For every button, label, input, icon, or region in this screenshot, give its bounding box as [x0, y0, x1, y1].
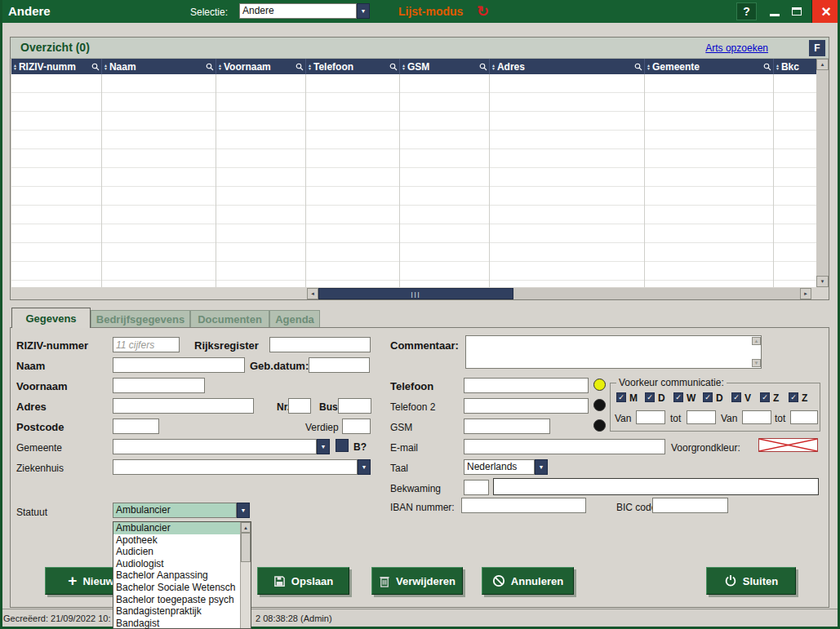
maximize-button[interactable] — [788, 4, 806, 19]
gebdatum-input[interactable] — [309, 357, 370, 373]
chevron-down-icon[interactable]: ▼ — [357, 3, 370, 19]
annuleren-button[interactable]: Annuleren — [482, 567, 574, 595]
statuut-option[interactable]: Apotheek — [113, 534, 241, 547]
scrollbar-thumb[interactable]: ||| — [318, 288, 513, 299]
statuut-option[interactable]: Bachelor Aanpassing — [113, 569, 241, 582]
tab-bedrijfsgegevens[interactable]: Bedrijfsgegevens — [91, 310, 190, 328]
statuut-option[interactable]: Audiologist — [113, 558, 241, 570]
scroll-up-icon[interactable]: ▲ — [816, 59, 829, 70]
scrollbar-thumb[interactable] — [241, 533, 251, 562]
help-button[interactable]: ? — [736, 2, 757, 20]
dropdown-scrollbar[interactable]: ▲ — [240, 522, 251, 628]
gsm-status-indicator[interactable] — [593, 419, 606, 432]
riziv-input[interactable] — [113, 337, 180, 352]
column-header-bkc[interactable]: ▲▼ Bkc — [774, 59, 816, 74]
chevron-down-icon[interactable]: ▼ — [317, 439, 330, 454]
sort-arrows-icon[interactable]: ▲▼ — [402, 64, 406, 70]
naam-input[interactable] — [113, 357, 245, 373]
taal-combobox[interactable]: Nederlands — [464, 459, 535, 475]
telefoon-status-indicator[interactable] — [593, 379, 606, 391]
spin-down-icon[interactable]: ▼ — [752, 359, 761, 367]
sort-arrows-icon[interactable]: ▲▼ — [308, 64, 312, 70]
bekwaming-code-input[interactable] — [464, 480, 489, 495]
vertical-scrollbar[interactable]: ▲ ▼ — [816, 59, 829, 287]
horizontal-scrollbar[interactable]: ◄ ||| ► — [307, 288, 811, 299]
sort-arrows-icon[interactable]: ▲▼ — [218, 64, 222, 70]
column-header-naam[interactable]: ▲▼ Naam — [102, 59, 216, 74]
scroll-right-icon[interactable]: ► — [800, 288, 811, 299]
refresh-icon[interactable]: ↻ — [477, 2, 489, 20]
scroll-left-icon[interactable]: ◄ — [307, 288, 318, 299]
day-checkbox-wo[interactable]: ✓ — [673, 392, 683, 402]
chevron-down-icon[interactable]: ▼ — [535, 459, 548, 475]
statuut-option[interactable]: Bachelor Sociale Wetensch — [113, 582, 241, 594]
telefoon2-status-indicator[interactable] — [593, 399, 606, 411]
column-header-gsm[interactable]: ▲▼ GSM — [400, 59, 490, 74]
tab-agenda[interactable]: Agenda — [269, 310, 320, 328]
sort-arrows-icon[interactable]: ▲▼ — [491, 64, 496, 70]
sluiten-button[interactable]: Sluiten — [706, 567, 796, 595]
sort-arrows-icon[interactable]: ▲▼ — [104, 64, 108, 70]
rijksregister-input[interactable] — [269, 337, 371, 352]
nr-input[interactable] — [288, 398, 311, 414]
adres-input[interactable] — [113, 398, 254, 414]
search-icon[interactable] — [479, 63, 487, 71]
verwijderen-button[interactable]: Verwijderen — [371, 567, 463, 595]
chevron-down-icon[interactable]: ▼ — [358, 459, 371, 475]
column-header-gemeente[interactable]: ▲▼ Gemeente — [645, 59, 774, 74]
sort-arrows-icon[interactable]: ▲▼ — [776, 64, 780, 70]
bus-input[interactable] — [338, 398, 371, 414]
search-icon[interactable] — [206, 63, 214, 71]
selectie-combobox[interactable]: Andere — [239, 3, 357, 19]
column-header-telefoon[interactable]: ▲▼ Telefoon — [306, 59, 400, 74]
statuut-combobox[interactable]: Ambulancier — [113, 503, 237, 518]
tab-gegevens[interactable]: Gegevens — [11, 308, 91, 328]
bic-input[interactable] — [652, 498, 728, 513]
statuut-option[interactable]: Bandagist — [113, 618, 241, 629]
search-icon[interactable] — [296, 63, 304, 71]
statuut-option[interactable]: Ambulancier — [113, 522, 241, 534]
day-checkbox-vr[interactable]: ✓ — [731, 392, 741, 402]
f-button[interactable]: F — [809, 40, 825, 56]
search-icon[interactable] — [389, 63, 398, 71]
statuut-option[interactable]: Bachelor toegepaste psych — [113, 594, 241, 606]
van-input-2[interactable] — [742, 410, 771, 424]
day-checkbox-za[interactable]: ✓ — [760, 392, 770, 402]
search-icon[interactable] — [763, 63, 771, 71]
email-input[interactable] — [464, 439, 665, 454]
arts-opzoeken-link[interactable]: Arts opzoeken — [705, 42, 768, 54]
van-input-1[interactable] — [636, 410, 665, 424]
day-checkbox-zo[interactable]: ✓ — [789, 392, 798, 402]
minimize-button[interactable] — [766, 4, 784, 19]
close-button[interactable]: × — [811, 0, 840, 23]
tot-input-1[interactable] — [687, 410, 716, 424]
tot-input-2[interactable] — [790, 410, 818, 424]
search-icon[interactable] — [91, 63, 100, 71]
gemeente-combobox[interactable] — [113, 439, 317, 454]
telefoon-input[interactable] — [464, 378, 589, 393]
commentaar-textarea[interactable] — [465, 335, 762, 369]
voorgrondkleur-swatch[interactable] — [758, 438, 818, 452]
scroll-up-icon[interactable]: ▲ — [241, 522, 251, 533]
column-header-adres[interactable]: ▲▼ Adres — [490, 59, 645, 74]
iban-input[interactable] — [461, 498, 586, 513]
chevron-down-icon[interactable]: ▼ — [237, 503, 250, 518]
sort-arrows-icon[interactable]: ▲▼ — [647, 64, 651, 70]
day-checkbox-di[interactable]: ✓ — [645, 392, 655, 402]
column-header-voornaam[interactable]: ▲▼ Voornaam — [216, 59, 306, 74]
opslaan-button[interactable]: Opslaan — [257, 567, 349, 595]
sort-arrows-icon[interactable]: ▲▼ — [13, 64, 17, 70]
gsm-input[interactable] — [464, 419, 550, 434]
verdiep-input[interactable] — [342, 419, 371, 434]
voornaam-input[interactable] — [113, 378, 205, 393]
scroll-down-icon[interactable]: ▼ — [816, 276, 829, 287]
statuut-option[interactable]: Audicien — [113, 546, 241, 558]
postcode-input[interactable] — [113, 419, 159, 434]
search-icon[interactable] — [634, 63, 642, 71]
column-header-riziv[interactable]: ▲▼ RIZIV-numm — [11, 59, 102, 74]
telefoon2-input[interactable] — [464, 398, 589, 414]
b-checkbox[interactable] — [336, 439, 349, 452]
day-checkbox-ma[interactable]: ✓ — [616, 392, 626, 402]
statuut-option[interactable]: Bandagistenpraktijk — [113, 605, 241, 618]
ziekenhuis-combobox[interactable] — [113, 459, 358, 475]
